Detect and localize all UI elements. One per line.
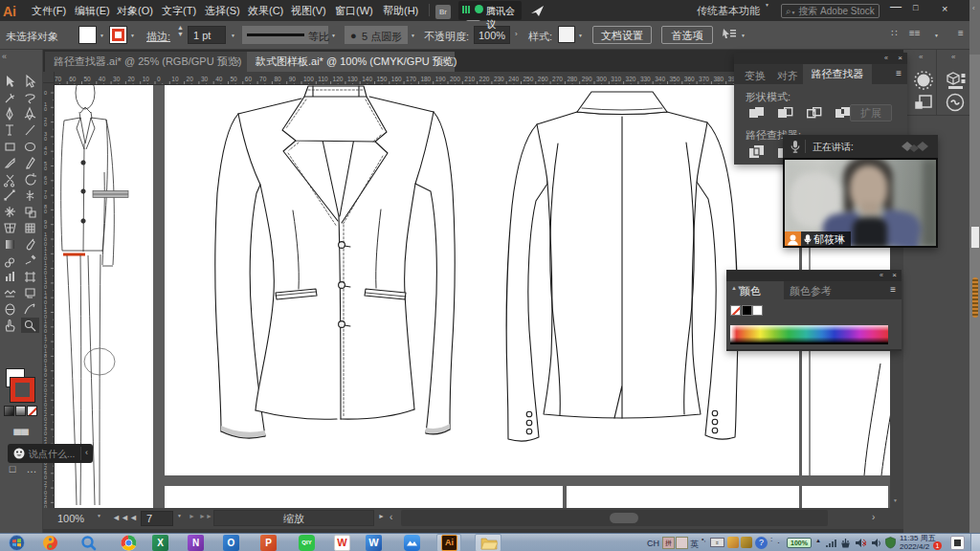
svg-text:40: 40 — [215, 76, 223, 82]
svg-text:250: 250 — [523, 76, 534, 82]
svg-text:0: 0 — [157, 76, 161, 82]
svg-text:0: 0 — [44, 165, 47, 171]
svg-text:80: 80 — [274, 76, 281, 82]
svg-text:210: 210 — [464, 76, 475, 82]
svg-text:90: 90 — [289, 76, 297, 82]
svg-text:130: 130 — [347, 76, 358, 82]
svg-text:340: 340 — [655, 76, 665, 82]
svg-text:0: 0 — [44, 180, 47, 186]
svg-text:20: 20 — [187, 76, 194, 82]
svg-text:140: 140 — [362, 76, 372, 82]
svg-text:50: 50 — [84, 76, 92, 82]
svg-text:30: 30 — [201, 76, 209, 82]
svg-text:180: 180 — [420, 76, 431, 82]
svg-text:10: 10 — [143, 76, 150, 82]
svg-text:0: 0 — [44, 194, 47, 200]
svg-text:220: 220 — [479, 76, 490, 82]
svg-text:0: 0 — [44, 136, 47, 142]
svg-text:60: 60 — [245, 76, 253, 82]
svg-text:0: 0 — [44, 121, 47, 127]
svg-text:320: 320 — [626, 76, 636, 82]
svg-text:110: 110 — [318, 76, 328, 82]
svg-text:50: 50 — [231, 76, 238, 82]
svg-text:10: 10 — [171, 76, 179, 82]
svg-text:0: 0 — [44, 209, 47, 214]
svg-text:290: 290 — [582, 76, 592, 82]
svg-text:370: 370 — [699, 76, 709, 82]
svg-text:0: 0 — [44, 106, 47, 112]
svg-text:20: 20 — [127, 76, 135, 82]
svg-text:30: 30 — [113, 76, 121, 82]
svg-text:230: 230 — [494, 76, 504, 82]
svg-text:360: 360 — [684, 76, 695, 82]
svg-text:40: 40 — [99, 76, 106, 82]
svg-text:0: 0 — [44, 224, 47, 230]
svg-text:280: 280 — [567, 76, 577, 82]
svg-text:380: 380 — [713, 76, 724, 82]
svg-text:0: 0 — [44, 90, 47, 96]
svg-text:120: 120 — [333, 76, 344, 82]
svg-text:240: 240 — [508, 76, 519, 82]
svg-text:160: 160 — [391, 76, 402, 82]
svg-text:350: 350 — [670, 76, 680, 82]
svg-text:70: 70 — [55, 76, 62, 82]
svg-text:300: 300 — [596, 76, 607, 82]
svg-text:190: 190 — [435, 76, 446, 82]
svg-text:330: 330 — [640, 76, 651, 82]
svg-text:270: 270 — [552, 76, 563, 82]
svg-text:150: 150 — [377, 76, 388, 82]
svg-text:200: 200 — [450, 76, 460, 82]
svg-text:170: 170 — [406, 76, 416, 82]
svg-text:100: 100 — [303, 76, 314, 82]
svg-text:70: 70 — [259, 76, 267, 82]
svg-text:60: 60 — [69, 76, 77, 82]
svg-text:310: 310 — [611, 76, 621, 82]
svg-text:260: 260 — [538, 76, 548, 82]
svg-text:0: 0 — [44, 150, 47, 156]
